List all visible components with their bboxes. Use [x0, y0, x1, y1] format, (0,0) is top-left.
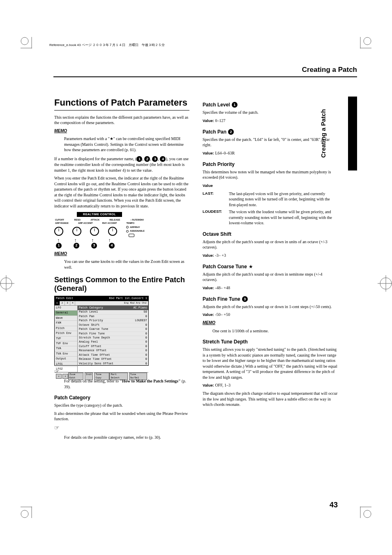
patch-coarse-tune-desc: Adjusts the pitch of the patch's sound u…: [203, 272, 338, 283]
num-1-icon: 1: [232, 102, 238, 108]
h3-patch-level: Patch Level 1: [203, 101, 338, 108]
def-last: The last-played voices will be given pri…: [229, 191, 338, 208]
num-1-icon: 1: [56, 243, 62, 249]
patch-priority-values: LAST: The last-played voices will be giv…: [203, 191, 338, 226]
patch-priority-desc: This determines how notes will be manage…: [203, 169, 338, 180]
h3-patch-fine-tune: Patch Fine Tune 3: [203, 296, 338, 302]
svg-point-6: [21, 510, 28, 518]
stretch-tune-desc: This setting allows you to apply "stretc…: [203, 347, 338, 380]
octave-shift-desc: Adjusts the pitch of the patch's sound u…: [203, 239, 338, 250]
svg-point-0: [21, 37, 28, 45]
svg-point-9: [364, 510, 371, 518]
realtime-knob-paragraph-1: If a number is displayed for the paramet…: [54, 156, 189, 173]
def-loudest: The voices with the loudest volume will …: [229, 209, 338, 226]
num-3-icon: 3: [91, 243, 97, 249]
num-3-icon: 3: [242, 296, 248, 302]
arrow-up-icon: ↑: [108, 238, 111, 243]
num-2-icon: 2: [144, 156, 150, 162]
running-title: Creating a Patch: [53, 66, 357, 77]
crop-mark-tr: [360, 37, 371, 48]
section-tab: Creating a Patch: [348, 97, 357, 170]
crop-mark-tl: [21, 37, 32, 48]
patch-pan-desc: Specifies the pan of the patch. "L64" is…: [203, 137, 338, 148]
svg-point-3: [364, 37, 371, 45]
num-4-icon: 4: [109, 243, 115, 249]
page-number: 43: [330, 500, 338, 510]
edge-target-left: [0, 275, 14, 292]
pointer-icon: ☞: [54, 368, 60, 376]
h3-octave-shift: Octave Shift: [203, 231, 338, 237]
memo-one-cent: MEMO: [203, 320, 338, 326]
value-label: Value:: [203, 253, 214, 258]
stretch-tune-after: The diagram shows the pitch change relat…: [203, 391, 338, 408]
h3-stretch-tune: Stretch Tune Depth: [203, 339, 338, 345]
print-header: Reference_e.book 43 ページ ２００３年７月１４日 月曜日 午…: [49, 43, 165, 48]
arrow-up-icon: ↑: [74, 238, 77, 243]
value-label: Value:: [203, 151, 214, 155]
h3-patch-priority: Patch Priority: [203, 161, 338, 168]
memo-zoom-edit: MEMO: [54, 251, 189, 257]
knob-2-icon: [72, 227, 81, 236]
h3-patch-coarse-tune: Patch Coarse Tune ★: [203, 263, 338, 270]
pointer-icon: ☞: [54, 424, 60, 432]
realtime-control-illustration: REALTIME CONTROL CUTOFF RESO ATTACK RELE…: [54, 212, 145, 248]
edge-target-right: [378, 275, 392, 292]
patch-edit-screenshot: Patch Edit Kbd Part 1st.Concert 1 1 2 3 …: [54, 296, 149, 366]
intro-paragraph: This section explains the functions the …: [54, 115, 189, 126]
mode-button-icon: [129, 234, 134, 237]
h2-general-settings: Settings Common to the Entire Patch (Gen…: [54, 276, 189, 292]
memo-label-icon: MEMO: [203, 320, 215, 326]
patch-category-desc2: It also determines the phrase that will …: [54, 411, 189, 422]
value-label: Value: [203, 183, 213, 188]
h3-patch-category: Patch Category: [54, 394, 189, 401]
memo-label-icon: MEMO: [54, 128, 67, 134]
arrow-up-icon: ↑: [57, 238, 60, 243]
term-last: LAST:: [203, 191, 226, 196]
left-column: Functions of Patch Parameters This secti…: [54, 97, 189, 502]
h1-functions: Functions of Patch Parameters: [54, 97, 189, 111]
arrow-up-icon: ↑: [91, 238, 94, 243]
knob-3-icon: [90, 227, 99, 236]
patch-level-desc: Specifies the volume of the patch.: [203, 110, 338, 115]
running-title-text: Creating a Patch: [302, 65, 357, 75]
patch-category-desc1: Specifies the type (category) of the pat…: [54, 403, 189, 408]
value-label: Value:: [203, 383, 214, 387]
num-4-icon: 4: [160, 156, 166, 162]
memo-matrix-control: MEMO: [54, 128, 189, 134]
num-1-icon: 1: [136, 156, 142, 162]
patch-fine-tune-desc: Adjusts the pitch of the patch's sound u…: [203, 304, 338, 310]
memo-matrix-control-body: Parameters marked with a "★" can be cont…: [54, 136, 189, 153]
num-2-icon: 2: [228, 129, 234, 135]
star-icon: ★: [249, 263, 253, 270]
knob-1-icon: [54, 227, 63, 236]
value-label: Value:: [203, 118, 214, 123]
knob-4-icon: [108, 227, 117, 236]
memo-one-cent-body: One cent is 1/100th of a semitone.: [203, 328, 338, 334]
h3-patch-pan: Patch Pan 2: [203, 129, 338, 135]
realtime-knob-paragraph-2: When you enter the Patch Edit screen, th…: [54, 175, 189, 209]
crop-mark-br: [360, 507, 371, 518]
pointer-category-names-body: For details on the possible category nam…: [54, 435, 189, 440]
crop-mark-bl: [21, 507, 32, 518]
memo-zoom-edit-body: You can use the same knobs to edit the v…: [54, 259, 189, 270]
value-label: Value:: [203, 312, 214, 317]
num-2-icon: 2: [74, 243, 79, 249]
pointer-how-to-make-body: For details on the setting, refer to "Ho…: [54, 378, 189, 389]
value-label: Value:: [203, 286, 214, 290]
num-3-icon: 3: [152, 156, 158, 162]
term-loudest: LOUDEST:: [203, 209, 226, 214]
memo-label-icon: MEMO: [54, 251, 67, 257]
led-column: ARP/RHY ASSIGNABLE: [126, 226, 145, 237]
realtime-control-label: REALTIME CONTROL: [77, 212, 122, 216]
right-column: Patch Level 1 Specifies the volume of th…: [203, 97, 338, 502]
pointer-category-names: ☞: [54, 424, 189, 432]
